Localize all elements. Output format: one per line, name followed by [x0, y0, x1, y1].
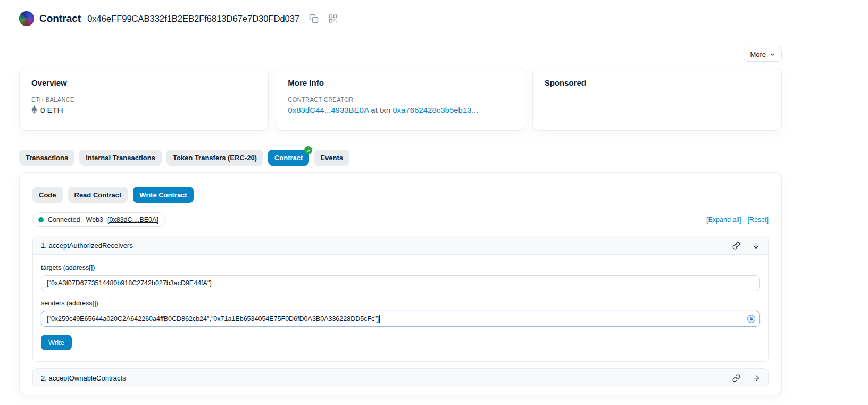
tab-internal-transactions[interactable]: Internal Transactions — [79, 150, 162, 166]
collapse-arrow-down-icon[interactable] — [752, 242, 760, 250]
contract-avatar — [19, 11, 34, 26]
targets-input-value: ["0xA3f07D6773514480b918C2742b027b3acD9E… — [47, 279, 212, 287]
more-button-label: More — [750, 51, 766, 59]
write-button[interactable]: Write — [41, 335, 72, 350]
method-1-title: 1. acceptAuthorizedReceivers — [41, 242, 133, 250]
subtab-read-contract[interactable]: Read Contract — [68, 187, 128, 203]
more-info-card: More Info CONTRACT CREATOR 0x83dC44...49… — [276, 68, 525, 131]
subtab-code[interactable]: Code — [32, 187, 63, 203]
verified-check-icon — [304, 146, 312, 154]
senders-input[interactable]: ["0x259c49E65644a020C2A642260a4ffB0CD862… — [41, 311, 760, 327]
permalink-chain-icon[interactable] — [732, 242, 740, 250]
method-accordion-2: 2. acceptOwnableContracts — [32, 368, 769, 387]
reset-link[interactable]: [Reset] — [747, 216, 769, 224]
page-title: Contract — [39, 13, 81, 24]
contract-subtabs: Code Read Contract Write Contract — [32, 187, 769, 203]
header-divider — [0, 37, 782, 37]
eth-balance-label: ETH BALANCE — [31, 96, 256, 103]
creation-txn-link[interactable]: 0xa7662428c3b5eb13... — [393, 105, 478, 114]
targets-field-label: targets (address[]) — [41, 264, 760, 271]
sponsored-card-title: Sponsored — [545, 78, 770, 87]
eth-diamond-icon — [31, 105, 37, 114]
expand-all-link[interactable]: [Expand all] — [706, 216, 741, 224]
method-2-title: 2. acceptOwnableContracts — [41, 374, 126, 382]
senders-input-value: ["0x259c49E65644a020C2A642260a4ffB0CD862… — [47, 315, 379, 323]
permalink-chain-icon[interactable] — [732, 374, 740, 382]
page-header: Contract 0x46eFF99CAB332f1B2EB2Ff6813D67… — [19, 0, 868, 26]
connection-status-text: Connected - Web3 — [48, 216, 103, 224]
targets-input[interactable]: ["0xA3f07D6773514480b918C2742b027b3acD9E… — [41, 275, 760, 291]
method-1-body: targets (address[]) ["0xA3f07D6773514480… — [33, 254, 768, 361]
main-tabs: Transactions Internal Transactions Token… — [19, 150, 782, 166]
contract-address: 0x46eFF99CAB332f1B2EB2Ff6813D67e7D30FDd0… — [87, 14, 299, 24]
overview-card: Overview ETH BALANCE 0 ETH — [19, 68, 269, 131]
copy-icon[interactable] — [309, 14, 319, 23]
qr-grid-icon[interactable] — [328, 14, 338, 23]
creator-address-link[interactable]: 0x83dC44...4933BE0A — [288, 105, 369, 114]
overview-card-title: Overview — [31, 78, 256, 87]
chevron-down-icon — [770, 52, 775, 57]
at-txn-text: at txn — [371, 105, 390, 114]
method-accordion-1: 1. acceptAuthorizedReceivers targets (ad… — [32, 236, 769, 362]
method-2-header[interactable]: 2. acceptOwnableContracts — [33, 369, 768, 387]
contract-creator-label: CONTRACT CREATOR — [288, 96, 513, 103]
wallet-connection-status: Connected - Web3 [0x83dC....BE0A] — [32, 212, 166, 227]
more-button[interactable]: More — [744, 47, 782, 62]
more-info-card-title: More Info — [288, 78, 513, 87]
text-caret — [379, 315, 380, 323]
senders-field-label: senders (address[]) — [41, 300, 760, 307]
subtab-write-contract[interactable]: Write Contract — [133, 187, 193, 203]
tab-contract[interactable]: Contract — [268, 150, 309, 166]
method-1-header[interactable]: 1. acceptAuthorizedReceivers — [33, 236, 768, 254]
tab-contract-label: Contract — [274, 154, 303, 162]
eth-balance-value: 0 ETH — [40, 105, 63, 114]
tab-transactions[interactable]: Transactions — [19, 150, 74, 166]
contract-panel: Code Read Contract Write Contract Connec… — [19, 172, 782, 395]
password-manager-lock-icon[interactable] — [747, 315, 756, 324]
connected-wallet-link[interactable]: [0x83dC....BE0A] — [107, 216, 158, 224]
tab-events[interactable]: Events — [314, 150, 349, 166]
sponsored-card: Sponsored — [532, 68, 782, 131]
summary-cards: Overview ETH BALANCE 0 ETH More Info CON… — [19, 68, 782, 131]
tab-token-transfers[interactable]: Token Transfers (ERC-20) — [166, 150, 263, 166]
expand-arrow-right-icon[interactable] — [752, 374, 760, 382]
connected-dot-icon — [38, 217, 44, 222]
